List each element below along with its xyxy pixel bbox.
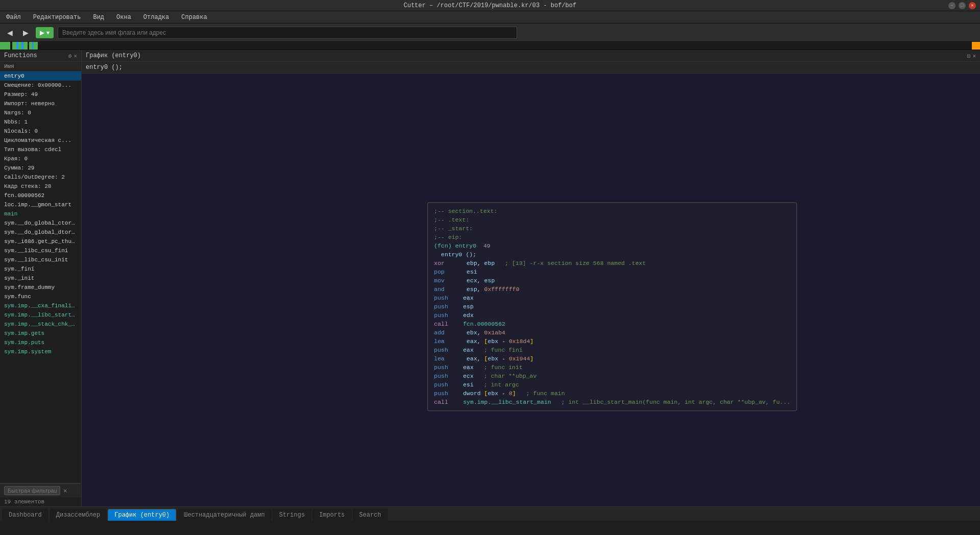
sidebar-item-entry0[interactable]: entry0: [0, 71, 81, 81]
graph-panel: График (entry0) ⊡ ✕ entry0 (); ;-- secti…: [82, 50, 980, 506]
tab-search[interactable]: Search: [353, 509, 388, 521]
code-line: push edx: [434, 311, 790, 320]
code-line: push eax; func init: [434, 363, 790, 372]
offset-seg: [12, 42, 16, 50]
menu-edit[interactable]: Редактировать: [31, 13, 83, 22]
sidebar-item-loc-gmon[interactable]: loc.imp.__gmon_start: [0, 200, 81, 209]
menubar: Файл Редактировать Вид Окна Отладка Спра…: [0, 11, 980, 23]
sidebar-meta-calls: Calls/OutDegree: 2: [0, 173, 81, 182]
sidebar-item-system[interactable]: sym.imp.system: [0, 347, 81, 356]
sidebar-item-frame-dummy[interactable]: sym.frame_dummy: [0, 283, 81, 292]
sidebar-close-icon[interactable]: ✕: [74, 53, 77, 59]
tab-dashboard[interactable]: Dashboard: [2, 509, 48, 521]
code-node: ;-- section..text: ;-- .text: ;-- _start…: [427, 202, 797, 411]
close-button[interactable]: ✕: [969, 2, 976, 9]
sidebar-item-libc-start[interactable]: sym.imp.__libc_start_main: [0, 310, 81, 320]
titlebar: Cutter – /root/CTF/2019/pwnable.kr/03 - …: [0, 0, 980, 11]
toolbar: ◀ ▶ ▶ ▾: [0, 23, 980, 42]
run-button[interactable]: ▶ ▾: [36, 27, 54, 38]
code-line: lea eax, [ebx - 0x1944]: [434, 354, 790, 363]
graph-maximize-icon[interactable]: ⊡: [967, 53, 971, 59]
graph-header: График (entry0) ⊡ ✕: [82, 50, 980, 62]
offset-bar: [0, 42, 980, 50]
graph-content[interactable]: ;-- section..text: ;-- .text: ;-- _start…: [82, 74, 980, 506]
code-line: push dword [ebx - 8]; func main: [434, 389, 790, 398]
code-line: mov ecx, esp: [434, 276, 790, 285]
tab-strings[interactable]: Strings: [273, 509, 311, 521]
tab-graph[interactable]: График (entry0): [108, 509, 176, 521]
sidebar-settings-icon[interactable]: ⚙: [68, 53, 72, 59]
code-line: push ecx; char **ubp_av: [434, 372, 790, 380]
sidebar-item-main[interactable]: main: [0, 209, 81, 218]
main-content: Functions ⚙ ✕ Имя entry0 Смещение: 0x000…: [0, 50, 980, 506]
graph-close-icon[interactable]: ✕: [972, 53, 976, 59]
code-line: pop esi: [434, 268, 790, 276]
code-line: lea eax, [ebx - 0x18d4]: [434, 337, 790, 346]
sidebar-header-icons: ⚙ ✕: [68, 53, 77, 59]
sidebar-item-fini[interactable]: sym._fini: [0, 264, 81, 274]
sidebar-meta-sum: Сумма: 29: [0, 163, 81, 173]
code-line: push eax; func fini: [434, 346, 790, 354]
sidebar-bottom: ✕ 19 элементов: [0, 483, 81, 506]
sidebar-header: Functions ⚙ ✕: [0, 50, 81, 62]
code-line: call sym.imp.__libc_start_main; int __li…: [434, 398, 790, 406]
func-breadcrumb: entry0 ();: [82, 62, 980, 74]
offset-seg: [23, 42, 28, 50]
sidebar-meta-cyclo: Цикломатическая с...: [0, 136, 81, 145]
sidebar-item-puts[interactable]: sym.imp.puts: [0, 338, 81, 347]
tab-imports[interactable]: Imports: [312, 509, 351, 521]
offset-seg: [34, 42, 38, 50]
code-line: (fcn) entry0 49: [434, 241, 790, 250]
tab-hexdump[interactable]: Шестнадцатеричный дамп: [177, 509, 271, 521]
code-line: ;-- section..text:: [434, 207, 790, 215]
sidebar-item-cxa[interactable]: sym.imp.__cxa_finalize: [0, 301, 81, 310]
sidebar-meta-nargs: Nargs: 0: [0, 108, 81, 117]
menu-file[interactable]: Файл: [4, 13, 23, 22]
code-line: entry0 ();: [434, 250, 790, 259]
maximize-button[interactable]: □: [959, 2, 966, 9]
sidebar-item-init[interactable]: sym._init: [0, 274, 81, 283]
code-line: push esp: [434, 302, 790, 311]
sidebar-title: Functions: [4, 52, 37, 59]
address-input[interactable]: [58, 27, 517, 39]
item-count: 19 элементов: [0, 497, 81, 506]
graph-title: График (entry0): [86, 52, 141, 59]
sidebar-meta-nbbs: Nbbs: 1: [0, 117, 81, 127]
sidebar-meta-nlocals: Nlocals: 0: [0, 127, 81, 136]
graph-controls: ⊡ ✕: [967, 53, 976, 59]
sidebar-item-func[interactable]: sym.func: [0, 292, 81, 301]
filter-clear-button[interactable]: ✕: [63, 487, 67, 495]
bottom-tabbar: Dashboard Дизассемблер График (entry0) Ш…: [0, 506, 980, 521]
sidebar-meta-size: Размер: 49: [0, 90, 81, 99]
menu-help[interactable]: Справка: [179, 13, 209, 22]
offset-seg: [0, 42, 10, 50]
quick-filter-bar: ✕: [0, 483, 81, 497]
menu-view[interactable]: Вид: [91, 13, 106, 22]
code-line: add ebx, 0x1ab4: [434, 328, 790, 337]
code-line: ;-- .text:: [434, 215, 790, 224]
sidebar-item-fcn[interactable]: fcn.00000562: [0, 191, 81, 200]
sidebar-item-dtors[interactable]: sym.__do_global_dtors_aux: [0, 228, 81, 237]
back-button[interactable]: ◀: [4, 27, 16, 39]
minimize-button[interactable]: –: [948, 2, 955, 9]
sidebar-meta-calltype: Тип вызова: cdecl: [0, 145, 81, 154]
sidebar-item-stack-chk[interactable]: sym.imp.__stack_chk_fail: [0, 320, 81, 329]
code-line: ;-- eip:: [434, 233, 790, 241]
sidebar-item-i686[interactable]: sym._i686.get_pc_thunk.bx: [0, 237, 81, 246]
sidebar-col-header: Имя: [0, 62, 81, 71]
sidebar-item-gets[interactable]: sym.imp.gets: [0, 329, 81, 338]
window-title: Cutter – /root/CTF/2019/pwnable.kr/03 - …: [404, 2, 576, 9]
sidebar-item-ctors[interactable]: sym.__do_global_ctors_aux: [0, 218, 81, 228]
code-line: push esi; int argc: [434, 380, 790, 389]
menu-windows[interactable]: Окна: [114, 13, 133, 22]
code-line: xor ebp, ebp; [13] -r-x section size 568…: [434, 259, 790, 268]
sidebar-item-csu-init[interactable]: sym.__libc_csu_init: [0, 255, 81, 264]
code-line: and esp, 0xfffffff0: [434, 285, 790, 294]
sidebar-meta-edges: Края: 0: [0, 154, 81, 163]
tab-disasm[interactable]: Дизассемблер: [50, 509, 107, 521]
quick-filter-input[interactable]: [4, 486, 60, 495]
sidebar-list: entry0 Смещение: 0x00000... Размер: 49 И…: [0, 71, 81, 483]
menu-debug[interactable]: Отладка: [141, 13, 171, 22]
forward-button[interactable]: ▶: [20, 27, 32, 39]
sidebar-item-csu-fini[interactable]: sym.__libc_csu_fini: [0, 246, 81, 255]
